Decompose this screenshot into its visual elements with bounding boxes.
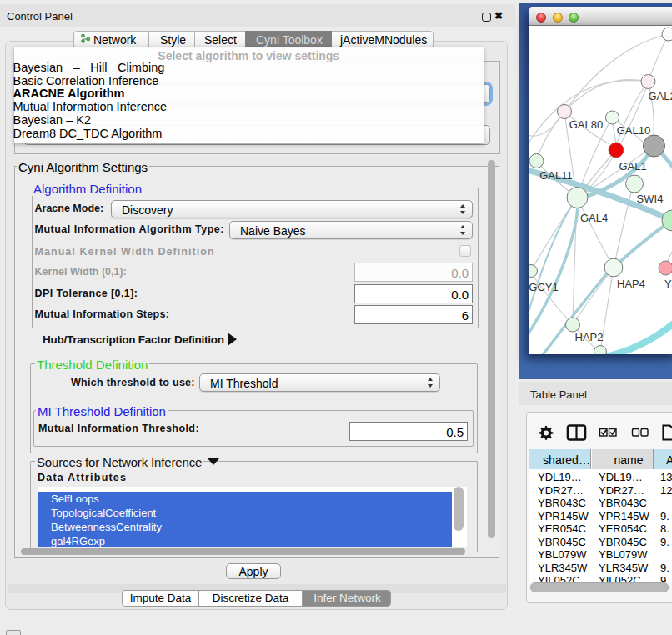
svg-text:HAP4: HAP4: [617, 278, 645, 290]
svg-text:GAL10: GAL10: [617, 124, 650, 137]
svg-text:GAL11: GAL11: [539, 169, 573, 182]
svg-text:GAL2: GAL2: [648, 90, 672, 102]
svg-text:YJ: YJ: [664, 278, 672, 290]
svg-text:GCY1: GCY1: [529, 281, 558, 293]
svg-text:GAL80: GAL80: [569, 118, 603, 131]
svg-text:GAL4: GAL4: [580, 212, 608, 224]
svg-text:GAL1: GAL1: [619, 160, 646, 172]
svg-text:HAP2: HAP2: [575, 331, 604, 343]
svg-text:SWI4: SWI4: [637, 192, 664, 205]
